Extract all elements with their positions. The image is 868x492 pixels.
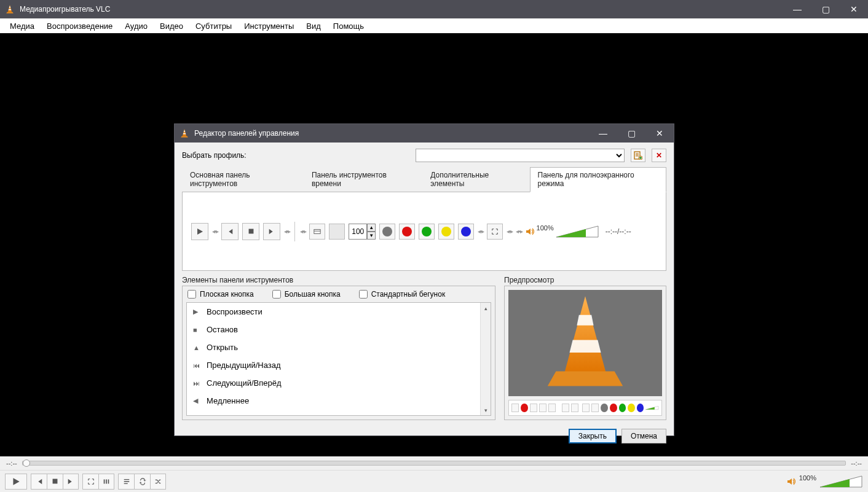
tb-volume-percent: 100% — [537, 224, 554, 232]
play-button[interactable] — [5, 474, 27, 490]
toolbar-layout-pane[interactable]: ◂▪▪▸ ◂▪▪▸ ◂▪▪▸ ▲▼ — [182, 192, 666, 271]
tab-time-toolbar[interactable]: Панель инструментов времени — [304, 167, 422, 192]
tab-fullscreen-panel[interactable]: Панель для полноэкранного режима — [530, 167, 667, 192]
drag-handle-icon[interactable]: ◂▪▪▸ — [300, 228, 306, 235]
video-area: Редактор панелей управления — ▢ ✕ Выбрат… — [0, 33, 868, 456]
eject-icon: ▲ — [193, 344, 200, 351]
main-titlebar: Медиапроигрыватель VLC — ▢ ✕ — [0, 0, 868, 18]
record-gray-button[interactable] — [379, 224, 395, 240]
new-profile-button[interactable] — [631, 149, 645, 162]
tab-extra-elements[interactable]: Дополнительные элементы — [422, 167, 529, 192]
time-total: --:-- — [851, 459, 862, 467]
slower-icon: ◀ — [193, 397, 200, 405]
mini-btn — [591, 404, 599, 412]
speaker-icon — [526, 227, 534, 236]
menu-media[interactable]: Медиа — [4, 20, 41, 32]
mini-dot-icon — [610, 404, 617, 412]
mini-volume-wedge — [645, 404, 659, 412]
record-red-button[interactable] — [399, 224, 415, 240]
minimize-button[interactable]: — — [783, 0, 811, 18]
tb-prev-button[interactable] — [221, 223, 239, 240]
profile-select[interactable] — [416, 149, 625, 162]
dialog-close-btn[interactable]: Закрыть — [569, 429, 617, 443]
list-item: ⏭Следующий/Вперёд — [187, 374, 491, 392]
ext-settings-button[interactable] — [98, 474, 114, 490]
volume-wedge[interactable] — [556, 225, 599, 238]
playlist-button[interactable] — [118, 474, 134, 490]
maximize-button[interactable]: ▢ — [811, 0, 840, 18]
dialog-minimize-button[interactable]: — — [589, 124, 617, 143]
elements-list[interactable]: ▶Воспроизвести ■Останов ▲Открыть ⏮Предыд… — [186, 302, 491, 416]
tb-slider-placeholder[interactable] — [329, 224, 345, 240]
dialog-titlebar: Редактор панелей управления — ▢ ✕ — [175, 124, 674, 143]
tb-next-button[interactable] — [263, 223, 280, 240]
toolbar-editor-dialog: Редактор панелей управления — ▢ ✕ Выбрат… — [174, 123, 674, 436]
record-green-button[interactable] — [419, 224, 435, 240]
fullscreen-button[interactable] — [82, 474, 98, 490]
preview-panel — [504, 286, 666, 420]
mini-red-icon — [521, 404, 528, 412]
mini-btn — [548, 404, 556, 412]
mini-dot-icon — [637, 404, 644, 412]
seek-knob[interactable] — [23, 459, 30, 467]
delete-profile-button[interactable]: ✕ — [652, 149, 666, 162]
speaker-icon[interactable] — [787, 477, 795, 486]
next-button[interactable] — [63, 474, 79, 490]
tb-play-button[interactable] — [191, 223, 208, 240]
tb-defullscreen-button[interactable] — [309, 224, 325, 240]
checkbox-flat[interactable]: Плоская кнопка — [187, 290, 254, 299]
dialog-cancel-btn[interactable]: Отмена — [621, 429, 666, 443]
seek-slider[interactable] — [22, 461, 846, 466]
tb-stop-button[interactable] — [242, 223, 259, 240]
stop-icon: ■ — [193, 326, 200, 334]
mini-dot-icon — [628, 404, 635, 412]
drag-handle-icon[interactable]: ◂▪▪▸ — [284, 228, 290, 235]
preview-controls — [508, 400, 662, 416]
shuffle-button[interactable] — [150, 474, 166, 490]
tb-volume[interactable]: 100% — [526, 224, 599, 239]
menu-tools[interactable]: Инструменты — [238, 20, 300, 32]
vlc-cone-large-icon — [533, 290, 637, 396]
scrollbar[interactable]: ▴▾ — [480, 303, 491, 415]
dialog-maximize-button[interactable]: ▢ — [617, 124, 645, 143]
preview-video — [508, 290, 662, 396]
menu-playback[interactable]: Воспроизведение — [41, 20, 119, 32]
mini-btn — [530, 404, 537, 412]
spinner-up[interactable]: ▲ — [367, 224, 376, 232]
mini-dot-icon — [601, 404, 608, 412]
menu-view[interactable]: Вид — [300, 20, 327, 32]
menu-help[interactable]: Помощь — [327, 20, 370, 32]
drag-handle-icon[interactable]: ◂▪▪▸ — [516, 228, 521, 235]
record-yellow-button[interactable] — [438, 224, 454, 240]
prev-button[interactable] — [31, 474, 47, 490]
tb-fullscreen-button[interactable] — [487, 224, 503, 240]
drag-handle-icon[interactable]: ◂▪▪▸ — [507, 228, 512, 235]
dialog-close-button[interactable]: ✕ — [645, 124, 674, 143]
seek-bar-row: --:-- --:-- — [0, 456, 868, 470]
menu-video[interactable]: Видео — [154, 20, 189, 32]
svg-rect-4 — [248, 229, 253, 234]
menu-audio[interactable]: Аудио — [119, 20, 154, 32]
vlc-icon — [5, 4, 15, 14]
tb-spinner[interactable]: ▲▼ — [349, 224, 376, 240]
dialog-title: Редактор панелей управления — [194, 129, 299, 138]
window-title: Медиапроигрыватель VLC — [20, 5, 110, 14]
loop-button[interactable] — [134, 474, 150, 490]
menubar: Медиа Воспроизведение Аудио Видео Субтит… — [0, 18, 868, 33]
drag-handle-icon[interactable]: ◂▪▪▸ — [478, 228, 483, 235]
stop-button[interactable] — [47, 474, 63, 490]
tb-spinner-input[interactable] — [349, 224, 367, 240]
checkbox-slider[interactable]: Стандартный бегунок — [359, 290, 446, 299]
volume-slider[interactable] — [820, 475, 863, 488]
checkbox-big[interactable]: Большая кнопка — [272, 290, 341, 299]
list-item: ▶Воспроизвести — [187, 303, 491, 321]
tabs: Основная панель инструментов Панель инст… — [182, 167, 666, 192]
menu-subtitles[interactable]: Субтитры — [189, 20, 238, 32]
mini-btn — [539, 404, 546, 412]
close-button[interactable]: ✕ — [840, 0, 868, 18]
record-blue-button[interactable] — [458, 224, 474, 240]
spinner-down[interactable]: ▼ — [367, 232, 376, 240]
volume-percent: 100% — [799, 474, 816, 482]
tab-main-toolbar[interactable]: Основная панель инструментов — [182, 167, 304, 192]
drag-handle-icon[interactable]: ◂▪▪▸ — [212, 228, 218, 235]
